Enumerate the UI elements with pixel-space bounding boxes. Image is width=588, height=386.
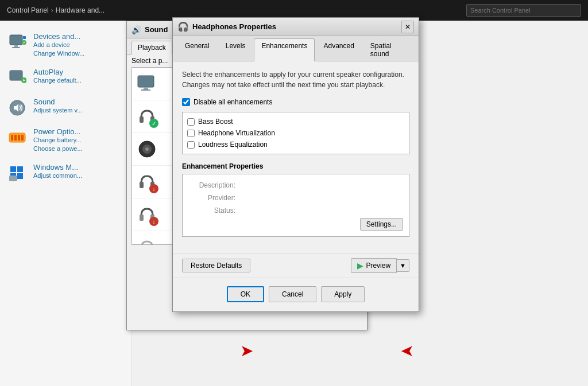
props-dialog: 🎧 Headphones Properties ✕ General Levels… (172, 17, 419, 312)
device-badge-red-2: ↓ (149, 217, 158, 226)
breadcrumb: Control Panel › Hardware and... (7, 6, 105, 14)
devices-title: Devices and... (33, 32, 84, 41)
tab-general[interactable]: General (177, 38, 217, 61)
autoplay-icon (7, 68, 28, 88)
headphone-virt-label: Headphone Virtualization (198, 129, 275, 137)
svg-rect-18 (9, 176, 17, 181)
svg-rect-29 (140, 215, 144, 221)
sidebar-item-autoplay[interactable]: AutoPlay Change default... (0, 63, 131, 93)
svg-rect-3 (23, 36, 26, 39)
cancel-button[interactable]: Cancel (269, 286, 316, 302)
svg-rect-14 (10, 166, 16, 172)
sidebar-item-power[interactable]: Power Optio... Change battery... Choose … (0, 123, 131, 158)
svg-rect-20 (144, 87, 148, 89)
preview-label: Preview (366, 262, 390, 270)
dialog-buttons: OK Cancel Apply (173, 278, 419, 311)
preview-dropdown-button[interactable]: ▼ (397, 259, 409, 272)
sound-title: Sound (33, 98, 82, 106)
power-icon (7, 127, 28, 148)
headphone-virt-checkbox[interactable] (187, 130, 195, 137)
svg-rect-2 (12, 47, 20, 48)
sidebar-text-windows: Windows M... Adjust common... (33, 163, 82, 180)
autoplay-title: AutoPlay (33, 68, 82, 76)
svg-rect-12 (18, 135, 20, 141)
device-icon-3 (136, 138, 158, 161)
enhancement-properties-box: Description: Provider: Status: Settings.… (182, 174, 409, 237)
preview-play-icon: ▶ (357, 261, 363, 270)
status-row: Status: (189, 206, 402, 215)
settings-button[interactable]: Settings... (360, 218, 403, 231)
sidebar-text-power: Power Optio... Change battery... Choose … (33, 127, 83, 154)
enhancement-bass-boost[interactable]: Bass Boost (186, 116, 405, 127)
breadcrumb-separator: › (51, 6, 53, 14)
disable-all-row[interactable]: Disable all enhancements (182, 98, 409, 106)
sidebar-text-devices: Devices and... Add a device Change Windo… (33, 32, 84, 59)
devices-sub1: Add a device (33, 41, 84, 49)
svg-rect-0 (10, 35, 22, 45)
device-badge-green: ✓ (149, 119, 158, 128)
monitor-icon (7, 32, 28, 53)
bass-boost-checkbox[interactable] (187, 118, 195, 126)
autoplay-sub1: Change default... (33, 76, 82, 85)
loudness-checkbox[interactable] (187, 141, 195, 149)
tab-levels[interactable]: Levels (218, 38, 253, 61)
ok-button[interactable]: OK (227, 286, 264, 302)
props-title-bar: 🎧 Headphones Properties ✕ (173, 18, 419, 36)
sidebar-text-autoplay: AutoPlay Change default... (33, 68, 82, 85)
windows-title: Windows M... (33, 163, 82, 171)
svg-point-26 (145, 147, 149, 151)
svg-rect-27 (140, 182, 144, 188)
svg-rect-13 (21, 135, 24, 141)
bass-boost-label: Bass Boost (198, 118, 233, 126)
description-label: Description: (189, 181, 235, 189)
status-label: Status: (189, 206, 235, 215)
search-box[interactable]: Search Control Panel (466, 4, 581, 17)
description-row: Description: (189, 181, 402, 189)
loudness-label: Loudness Equalization (198, 141, 268, 149)
breadcrumb-section[interactable]: Hardware and... (56, 6, 105, 14)
svg-rect-17 (17, 173, 23, 179)
right-arrow: ➤ (401, 341, 414, 360)
enhancements-description: Select the enhancements to apply for you… (182, 69, 409, 90)
svg-rect-15 (17, 166, 23, 172)
windows-icon (7, 163, 28, 184)
preview-button[interactable]: ▶ Preview (351, 258, 397, 273)
sound-sub1: Adjust system v... (33, 106, 82, 115)
props-dialog-icon: 🎧 (177, 21, 189, 32)
sidebar: Devices and... Add a device Change Windo… (0, 21, 132, 386)
device-icon-6 (136, 236, 158, 245)
device-icon-4: ↓ (136, 170, 158, 193)
windows-sub1: Adjust common... (33, 171, 82, 180)
device-icon-5: ↓ (136, 203, 158, 226)
svg-rect-10 (11, 135, 13, 141)
svg-rect-11 (14, 135, 17, 141)
props-body: Select the enhancements to apply for you… (173, 61, 419, 253)
tab-spatial-sound[interactable]: Spatial sound (363, 38, 414, 61)
breadcrumb-home[interactable]: Control Panel (7, 6, 49, 14)
sidebar-item-sound[interactable]: Sound Adjust system v... (0, 93, 131, 123)
enhancement-headphone-virt[interactable]: Headphone Virtualization (186, 127, 405, 139)
preview-group: ▶ Preview ▼ (351, 258, 409, 273)
tab-advanced[interactable]: Advanced (316, 38, 361, 61)
sidebar-item-devices[interactable]: Devices and... Add a device Change Windo… (0, 28, 131, 63)
props-tab-bar: General Levels Enhancements Advanced Spa… (173, 36, 419, 61)
props-close-button[interactable]: ✕ (401, 21, 414, 33)
power-sub1: Change battery... (33, 136, 83, 145)
props-title-text: Headphones Properties (192, 22, 398, 31)
search-placeholder: Search Control Panel (470, 7, 531, 14)
power-sub2: Choose a powe... (33, 145, 83, 153)
apply-button[interactable]: Apply (321, 286, 365, 302)
sound-tab-playback[interactable]: Playback (131, 41, 172, 54)
enhancement-loudness[interactable]: Loudness Equalization (186, 139, 405, 150)
enhancement-list: Bass Boost Headphone Virtualization Loud… (182, 112, 409, 154)
left-arrow: ➤ (240, 341, 253, 360)
svg-rect-21 (141, 89, 150, 91)
sidebar-text-sound: Sound Adjust system v... (33, 98, 82, 115)
tab-enhancements[interactable]: Enhancements (254, 38, 315, 61)
sound-icon (7, 98, 28, 118)
svg-rect-22 (140, 116, 144, 123)
sidebar-item-windows[interactable]: Windows M... Adjust common... (0, 158, 131, 188)
restore-defaults-button[interactable]: Restore Defaults (182, 259, 250, 272)
disable-all-checkbox[interactable] (182, 98, 190, 106)
provider-row: Provider: (189, 194, 402, 202)
